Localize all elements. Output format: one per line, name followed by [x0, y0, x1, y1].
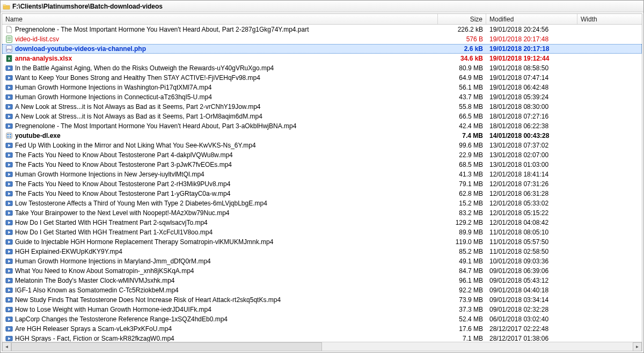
file-row[interactable]: Human Growth Hormone Injections in Conne…	[2, 92, 642, 102]
video-icon	[5, 219, 13, 226]
scroll-thumb[interactable]	[11, 342, 322, 351]
file-row[interactable]: The Facts You Need to Know About Testost…	[2, 160, 642, 170]
file-size-cell: 52.4 MB	[438, 315, 486, 323]
file-rows-container[interactable]: Pregnenolone - The Most Important Hormon…	[2, 25, 642, 342]
file-name-cell[interactable]: HGH Sprays - Fact, Fiction or Scam-kR82f…	[2, 335, 438, 342]
file-row[interactable]: How Do I Get Started With HGH Treatment …	[2, 218, 642, 227]
file-name-cell[interactable]: A New Look at Stress...it is Not Always …	[2, 113, 438, 120]
file-name-cell[interactable]: LapCorp Changes the Testosterone Referen…	[2, 315, 438, 323]
file-name-cell[interactable]: Human Growth Hormone Injections in New J…	[2, 171, 438, 178]
file-name-cell[interactable]: Pregnenolone - The Most Important Hormon…	[2, 122, 438, 130]
file-name-label: HGH Sprays - Fact, Fiction or Scam-kR82f…	[15, 335, 174, 342]
file-size-cell: 92.2 MB	[438, 286, 486, 294]
file-modified-cell: 13/01/2018 07:37:02	[486, 142, 577, 149]
file-row[interactable]: Human Growth Hormone Injections in Maryl…	[2, 256, 642, 266]
file-row[interactable]: How to Lose Weight with Human Growth Hor…	[2, 305, 642, 314]
file-row[interactable]: The Facts You Need to Know About Testost…	[2, 189, 642, 198]
file-row[interactable]: In the Battle Against Aging, When do the…	[2, 63, 642, 73]
scroll-left-arrow[interactable]: ◄	[2, 342, 11, 351]
file-name-cell[interactable]: Human Growth Hormone Injections in Washi…	[2, 84, 438, 91]
file-size-cell: 22.9 MB	[438, 151, 486, 159]
file-name-cell[interactable]: IGF-1 Also Known as Somatomedin C-Tc5Rzi…	[2, 286, 438, 294]
file-row[interactable]: Want to Keep Your Bones Strong and Healt…	[2, 73, 642, 83]
file-name-cell[interactable]: youtube-dl.exe	[2, 132, 438, 139]
file-name-cell[interactable]: How Do I Get Started With HGH Treatment …	[2, 219, 438, 226]
file-name-cell[interactable]: Want to Keep Your Bones Strong and Healt…	[2, 74, 438, 82]
file-row[interactable]: Guide to Injectable HGH Hormone Replacem…	[2, 237, 642, 247]
file-row[interactable]: phpdownload-youtube-videos-via-channel.p…	[2, 44, 642, 54]
file-name-cell[interactable]: Low Testosterone Affects a Third of Youn…	[2, 200, 438, 207]
file-name-cell[interactable]: Take Your Brainpower to the Next Level w…	[2, 209, 438, 217]
file-name-cell[interactable]: New Study Finds That Testosterone Does N…	[2, 296, 438, 304]
file-row[interactable]: Pregnenolone - The Most Important Hormon…	[2, 121, 642, 131]
column-header-width[interactable]: Width	[577, 14, 642, 24]
file-name-cell[interactable]: In the Battle Against Aging, When do the…	[2, 64, 438, 72]
file-size-cell: 83.2 MB	[438, 209, 486, 217]
file-name-cell[interactable]: What You Need to Know About Somatropin-_…	[2, 267, 438, 275]
title-bar[interactable]: F:\Clients\Platinumshore\Batch-download-…	[1, 1, 643, 12]
file-name-cell[interactable]: Human Growth Hormone Injections in Conne…	[2, 93, 438, 101]
column-header-size[interactable]: Size	[438, 14, 486, 24]
file-name-label: Low Testosterone Affects a Third of Youn…	[15, 200, 267, 207]
file-row[interactable]: The Facts You Need to Know About Testost…	[2, 179, 642, 189]
file-name-cell[interactable]: phpdownload-youtube-videos-via-channel.p…	[2, 45, 438, 53]
file-name-cell[interactable]: HGH Explained-EKWUpKdKY9Y.mp4	[2, 248, 438, 255]
file-name-label: Guide to Injectable HGH Hormone Replacem…	[15, 238, 273, 246]
file-modified-cell: 12/01/2018 18:41:14	[486, 171, 577, 178]
file-row[interactable]: youtube-dl.exe7.4 MB14/01/2018 00:43:28	[2, 131, 642, 141]
file-size-cell: 7.1 MB	[438, 335, 486, 342]
file-row[interactable]: What You Need to Know About Somatropin-_…	[2, 266, 642, 276]
file-name-cell[interactable]: Melatonin The Body's Master Clock-wMlNVM…	[2, 277, 438, 284]
file-row[interactable]: Are HGH Releaser Sprays a Scam-vLek3PxKF…	[2, 324, 642, 334]
file-name-cell[interactable]: Human Growth Hormone Injections in Maryl…	[2, 258, 438, 265]
video-icon	[5, 296, 13, 304]
video-icon	[5, 93, 13, 101]
horizontal-scrollbar[interactable]: ◄ ►	[2, 342, 642, 351]
file-row[interactable]: A New Look at Stress...it is Not Always …	[2, 102, 642, 112]
file-row[interactable]: Pregnenolone - The Most Important Hormon…	[2, 25, 642, 34]
file-name-cell[interactable]: Xanna-analysis.xlsx	[2, 55, 438, 62]
file-name-cell[interactable]: How Do I Get Started With HGH Treatment …	[2, 229, 438, 236]
file-row[interactable]: HGH Sprays - Fact, Fiction or Scam-kR82f…	[2, 334, 642, 342]
file-row[interactable]: Fed Up With Looking in the Mirror and No…	[2, 141, 642, 150]
file-row[interactable]: New Study Finds That Testosterone Does N…	[2, 295, 642, 305]
file-row[interactable]: Human Growth Hormone Injections in New J…	[2, 170, 642, 179]
file-modified-cell: 19/01/2018 20:24:56	[486, 26, 577, 33]
file-row[interactable]: LapCorp Changes the Testosterone Referen…	[2, 314, 642, 324]
file-row[interactable]: Xanna-analysis.xlsx34.6 kB19/01/2018 19:…	[2, 54, 642, 63]
file-name-cell[interactable]: The Facts You Need to Know About Testost…	[2, 151, 438, 159]
file-row[interactable]: The Facts You Need to Know About Testost…	[2, 150, 642, 160]
file-name-cell[interactable]: The Facts You Need to Know About Testost…	[2, 161, 438, 168]
file-name-cell[interactable]: Are HGH Releaser Sprays a Scam-vLek3PxKF…	[2, 325, 438, 333]
file-name-cell[interactable]: The Facts You Need to Know About Testost…	[2, 180, 438, 188]
video-icon	[5, 180, 13, 188]
file-row[interactable]: IGF-1 Also Known as Somatomedin C-Tc5Rzi…	[2, 285, 642, 295]
file-size-cell: 41.3 MB	[438, 171, 486, 178]
video-icon	[5, 74, 13, 82]
file-row[interactable]: video-id-list.csv576 B19/01/2018 20:17:4…	[2, 34, 642, 44]
file-row[interactable]: Melatonin The Body's Master Clock-wMlNVM…	[2, 276, 642, 285]
file-name-cell[interactable]: How to Lose Weight with Human Growth Hor…	[2, 306, 438, 313]
file-modified-cell: 18/01/2018 06:22:38	[486, 122, 577, 130]
video-icon	[5, 306, 13, 313]
video-icon	[5, 258, 13, 265]
file-name-label: In the Battle Against Aging, When do the…	[15, 64, 274, 72]
column-header-name[interactable]: Name	[2, 14, 438, 24]
file-size-cell: 129.2 MB	[438, 219, 486, 226]
file-row[interactable]: HGH Explained-EKWUpKdKY9Y.mp485.2 MB11/0…	[2, 247, 642, 256]
file-name-cell[interactable]: The Facts You Need to Know About Testost…	[2, 190, 438, 197]
file-size-cell: 34.6 kB	[438, 55, 486, 62]
file-row[interactable]: Take Your Brainpower to the Next Level w…	[2, 208, 642, 218]
file-row[interactable]: Human Growth Hormone Injections in Washi…	[2, 83, 642, 92]
file-name-cell[interactable]: Pregnenolone - The Most Important Hormon…	[2, 26, 438, 33]
video-icon	[5, 209, 13, 217]
file-row[interactable]: Low Testosterone Affects a Third of Youn…	[2, 198, 642, 208]
file-name-cell[interactable]: video-id-list.csv	[2, 35, 438, 43]
file-name-cell[interactable]: Fed Up With Looking in the Mirror and No…	[2, 142, 438, 149]
column-header-modified[interactable]: Modified	[486, 14, 577, 24]
file-name-cell[interactable]: Guide to Injectable HGH Hormone Replacem…	[2, 238, 438, 246]
file-name-cell[interactable]: A New Look at Stress...it is Not Always …	[2, 103, 438, 111]
scroll-right-arrow[interactable]: ►	[633, 342, 642, 351]
file-row[interactable]: A New Look at Stress...it is Not Always …	[2, 112, 642, 121]
file-row[interactable]: How Do I Get Started With HGH Treatment …	[2, 227, 642, 237]
